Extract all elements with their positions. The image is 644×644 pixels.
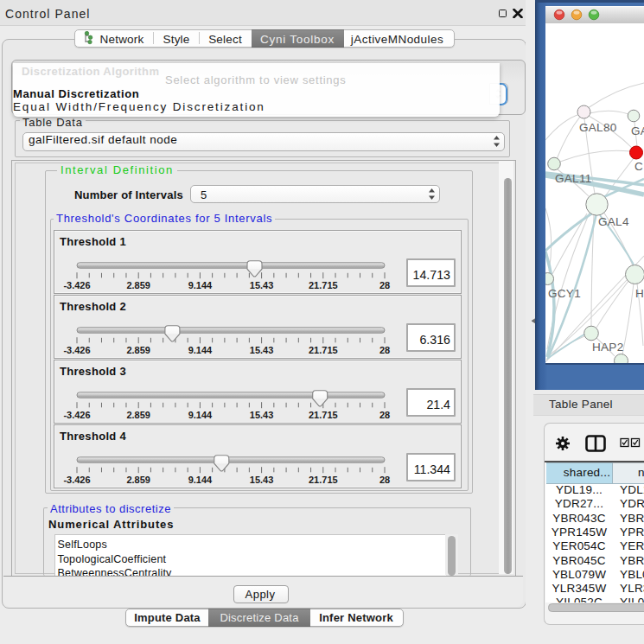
svg-text:28: 28 (379, 410, 390, 420)
svg-text:15.43: 15.43 (250, 345, 274, 355)
svg-text:9.144: 9.144 (188, 410, 213, 420)
svg-text:15.43: 15.43 (250, 475, 274, 485)
svg-text:15.43: 15.43 (250, 280, 274, 290)
svg-text:-3.426: -3.426 (63, 410, 90, 420)
svg-text:9.144: 9.144 (188, 280, 213, 290)
svg-text:C: C (634, 160, 643, 173)
svg-text:21.715: 21.715 (309, 280, 338, 290)
svg-text:21.715: 21.715 (309, 345, 338, 355)
svg-text:-3.426: -3.426 (63, 345, 90, 355)
svg-text:H: H (635, 287, 644, 300)
svg-text:15.43: 15.43 (250, 410, 274, 420)
svg-text:9.144: 9.144 (188, 475, 213, 485)
svg-text:9.144: 9.144 (188, 345, 213, 355)
svg-text:GAL4: GAL4 (598, 215, 629, 228)
svg-text:GAL11: GAL11 (555, 172, 592, 185)
svg-text:2.859: 2.859 (126, 410, 150, 420)
svg-text:28: 28 (379, 280, 390, 290)
svg-text:28: 28 (379, 475, 390, 485)
svg-text:-3.426: -3.426 (63, 475, 90, 485)
svg-text:-3.426: -3.426 (63, 280, 90, 290)
svg-text:21.715: 21.715 (309, 410, 338, 420)
svg-text:2.859: 2.859 (126, 345, 150, 355)
svg-text:GA: GA (631, 124, 644, 137)
svg-text:GAL80: GAL80 (579, 121, 617, 134)
svg-text:2.859: 2.859 (126, 475, 150, 485)
svg-text:28: 28 (379, 345, 390, 355)
svg-text:HAP2: HAP2 (592, 341, 623, 354)
svg-text:2.859: 2.859 (126, 280, 150, 290)
svg-text:GCY1: GCY1 (548, 287, 581, 300)
svg-text:21.715: 21.715 (309, 475, 338, 485)
